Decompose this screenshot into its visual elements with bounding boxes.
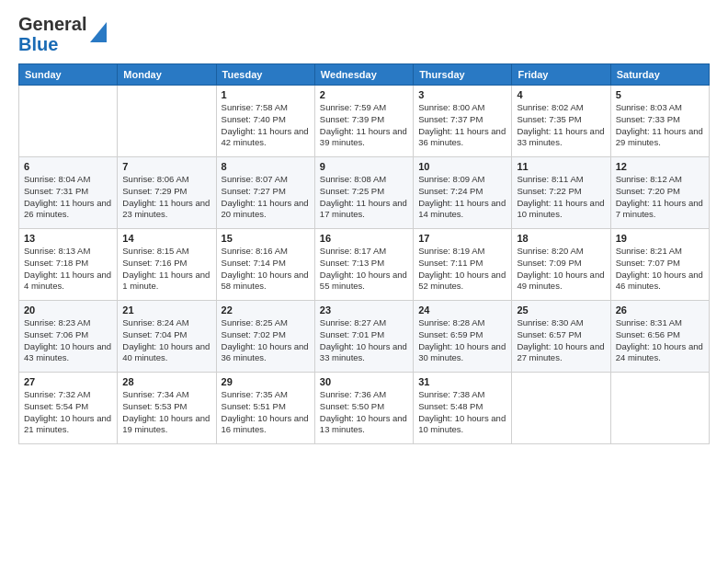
calendar-cell: 10Sunrise: 8:09 AM Sunset: 7:24 PM Dayli…: [414, 157, 512, 229]
calendar-cell: 8Sunrise: 8:07 AM Sunset: 7:27 PM Daylig…: [216, 157, 314, 229]
day-info: Sunrise: 8:30 AM Sunset: 6:57 PM Dayligh…: [517, 317, 605, 364]
day-number: 7: [122, 161, 210, 172]
logo-blue: Blue: [18, 34, 58, 54]
day-number: 2: [320, 89, 408, 100]
day-number: 12: [616, 161, 704, 172]
day-number: 31: [418, 376, 506, 387]
day-info: Sunrise: 8:04 AM Sunset: 7:31 PM Dayligh…: [24, 174, 112, 221]
page: General Blue SundayMondayTuesdayWednesda…: [0, 0, 728, 563]
calendar-cell: 15Sunrise: 8:16 AM Sunset: 7:14 PM Dayli…: [216, 229, 314, 301]
day-info: Sunrise: 7:58 AM Sunset: 7:40 PM Dayligh…: [222, 102, 310, 149]
calendar-cell: 14Sunrise: 8:15 AM Sunset: 7:16 PM Dayli…: [118, 229, 216, 301]
day-info: Sunrise: 8:21 AM Sunset: 7:07 PM Dayligh…: [616, 246, 704, 293]
svg-marker-0: [90, 22, 107, 42]
day-number: 13: [24, 233, 112, 244]
weekday-header-row: SundayMondayTuesdayWednesdayThursdayFrid…: [19, 64, 710, 86]
day-info: Sunrise: 8:15 AM Sunset: 7:16 PM Dayligh…: [122, 246, 210, 293]
calendar-cell: 16Sunrise: 8:17 AM Sunset: 7:13 PM Dayli…: [314, 229, 413, 301]
day-info: Sunrise: 8:11 AM Sunset: 7:22 PM Dayligh…: [517, 174, 605, 221]
day-number: 23: [320, 304, 408, 316]
calendar-cell: [512, 373, 610, 444]
calendar-cell: 6Sunrise: 8:04 AM Sunset: 7:31 PM Daylig…: [19, 157, 118, 229]
day-info: Sunrise: 7:35 AM Sunset: 5:51 PM Dayligh…: [222, 389, 310, 436]
day-number: 26: [616, 304, 704, 316]
day-info: Sunrise: 8:12 AM Sunset: 7:20 PM Dayligh…: [616, 174, 704, 221]
weekday-header-tuesday: Tuesday: [216, 64, 314, 86]
day-info: Sunrise: 8:07 AM Sunset: 7:27 PM Dayligh…: [222, 174, 310, 221]
day-info: Sunrise: 8:19 AM Sunset: 7:11 PM Dayligh…: [418, 246, 506, 293]
day-number: 29: [222, 376, 310, 387]
day-info: Sunrise: 8:03 AM Sunset: 7:33 PM Dayligh…: [616, 102, 704, 149]
day-number: 4: [517, 89, 605, 100]
calendar-cell: 3Sunrise: 8:00 AM Sunset: 7:37 PM Daylig…: [414, 86, 512, 157]
calendar-cell: 12Sunrise: 8:12 AM Sunset: 7:20 PM Dayli…: [610, 157, 709, 229]
week-row-5: 27Sunrise: 7:32 AM Sunset: 5:54 PM Dayli…: [19, 373, 710, 444]
calendar-cell: 27Sunrise: 7:32 AM Sunset: 5:54 PM Dayli…: [19, 373, 118, 444]
calendar-cell: 18Sunrise: 8:20 AM Sunset: 7:09 PM Dayli…: [512, 229, 610, 301]
day-number: 18: [517, 233, 605, 244]
calendar-cell: 17Sunrise: 8:19 AM Sunset: 7:11 PM Dayli…: [414, 229, 512, 301]
logo-general: General: [18, 14, 86, 34]
day-info: Sunrise: 8:31 AM Sunset: 6:56 PM Dayligh…: [616, 317, 704, 364]
day-number: 19: [616, 233, 704, 244]
day-info: Sunrise: 7:32 AM Sunset: 5:54 PM Dayligh…: [24, 389, 112, 436]
calendar-cell: 26Sunrise: 8:31 AM Sunset: 6:56 PM Dayli…: [610, 301, 709, 373]
calendar-table: SundayMondayTuesdayWednesdayThursdayFrid…: [18, 63, 710, 444]
day-number: 28: [122, 376, 210, 387]
day-info: Sunrise: 8:02 AM Sunset: 7:35 PM Dayligh…: [517, 102, 605, 149]
day-info: Sunrise: 7:36 AM Sunset: 5:50 PM Dayligh…: [320, 389, 408, 436]
logo-arrow-icon: [90, 22, 107, 42]
day-info: Sunrise: 7:38 AM Sunset: 5:48 PM Dayligh…: [418, 389, 506, 436]
day-number: 16: [320, 233, 408, 244]
calendar-cell: 23Sunrise: 8:27 AM Sunset: 7:01 PM Dayli…: [314, 301, 413, 373]
calendar-cell: 21Sunrise: 8:24 AM Sunset: 7:04 PM Dayli…: [118, 301, 216, 373]
day-number: 11: [517, 161, 605, 172]
day-info: Sunrise: 8:27 AM Sunset: 7:01 PM Dayligh…: [320, 317, 408, 364]
weekday-header-sunday: Sunday: [19, 64, 118, 86]
day-number: 14: [122, 233, 210, 244]
day-number: 30: [320, 376, 408, 387]
calendar-cell: 30Sunrise: 7:36 AM Sunset: 5:50 PM Dayli…: [314, 373, 413, 444]
calendar-cell: [19, 86, 118, 157]
calendar-cell: 4Sunrise: 8:02 AM Sunset: 7:35 PM Daylig…: [512, 86, 610, 157]
calendar-cell: 5Sunrise: 8:03 AM Sunset: 7:33 PM Daylig…: [610, 86, 709, 157]
calendar-cell: 9Sunrise: 8:08 AM Sunset: 7:25 PM Daylig…: [314, 157, 413, 229]
day-info: Sunrise: 8:00 AM Sunset: 7:37 PM Dayligh…: [418, 102, 506, 149]
day-number: 6: [24, 161, 112, 172]
day-number: 8: [222, 161, 310, 172]
day-info: Sunrise: 7:59 AM Sunset: 7:39 PM Dayligh…: [320, 102, 408, 149]
header: General Blue: [18, 14, 710, 54]
calendar-cell: [610, 373, 709, 444]
logo-text: General Blue: [18, 14, 107, 54]
weekday-header-monday: Monday: [118, 64, 216, 86]
day-info: Sunrise: 8:28 AM Sunset: 6:59 PM Dayligh…: [418, 317, 506, 364]
week-row-4: 20Sunrise: 8:23 AM Sunset: 7:06 PM Dayli…: [19, 301, 710, 373]
day-number: 25: [517, 304, 605, 316]
week-row-3: 13Sunrise: 8:13 AM Sunset: 7:18 PM Dayli…: [19, 229, 710, 301]
day-number: 21: [122, 304, 210, 316]
day-number: 5: [616, 89, 704, 100]
day-number: 27: [24, 376, 112, 387]
calendar-cell: [118, 86, 216, 157]
week-row-1: 1Sunrise: 7:58 AM Sunset: 7:40 PM Daylig…: [19, 86, 710, 157]
calendar-cell: 2Sunrise: 7:59 AM Sunset: 7:39 PM Daylig…: [314, 86, 413, 157]
day-info: Sunrise: 8:06 AM Sunset: 7:29 PM Dayligh…: [122, 174, 210, 221]
day-number: 15: [222, 233, 310, 244]
calendar-cell: 7Sunrise: 8:06 AM Sunset: 7:29 PM Daylig…: [118, 157, 216, 229]
day-number: 24: [418, 304, 506, 316]
calendar-cell: 13Sunrise: 8:13 AM Sunset: 7:18 PM Dayli…: [19, 229, 118, 301]
day-info: Sunrise: 8:13 AM Sunset: 7:18 PM Dayligh…: [24, 246, 112, 293]
calendar-cell: 31Sunrise: 7:38 AM Sunset: 5:48 PM Dayli…: [414, 373, 512, 444]
week-row-2: 6Sunrise: 8:04 AM Sunset: 7:31 PM Daylig…: [19, 157, 710, 229]
day-info: Sunrise: 8:25 AM Sunset: 7:02 PM Dayligh…: [222, 317, 310, 364]
weekday-header-friday: Friday: [512, 64, 610, 86]
day-number: 10: [418, 161, 506, 172]
day-number: 1: [222, 89, 310, 100]
day-number: 17: [418, 233, 506, 244]
day-info: Sunrise: 8:20 AM Sunset: 7:09 PM Dayligh…: [517, 246, 605, 293]
calendar-cell: 19Sunrise: 8:21 AM Sunset: 7:07 PM Dayli…: [610, 229, 709, 301]
day-number: 9: [320, 161, 408, 172]
calendar-cell: 11Sunrise: 8:11 AM Sunset: 7:22 PM Dayli…: [512, 157, 610, 229]
day-info: Sunrise: 8:24 AM Sunset: 7:04 PM Dayligh…: [122, 317, 210, 364]
day-number: 22: [222, 304, 310, 316]
